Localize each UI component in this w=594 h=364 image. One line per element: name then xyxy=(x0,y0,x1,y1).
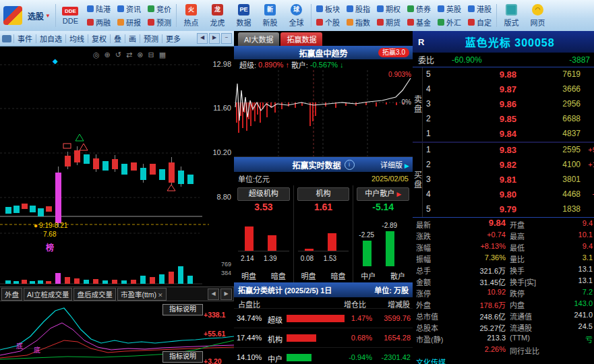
toolbar-item-hot[interactable]: 火 热点 xyxy=(178,1,204,30)
toolbar-item-lugang[interactable]: 陆港 xyxy=(87,3,111,14)
sell-row[interactable]: 39.862956 xyxy=(422,97,594,112)
play-icon[interactable]: ▶ xyxy=(396,191,401,198)
volume-axis-label: 769 xyxy=(221,261,231,268)
toolbar-item-waihui[interactable]: 外汇 xyxy=(438,17,461,28)
toolbar-item-jingjia[interactable]: 竞价 xyxy=(148,3,171,14)
collapse-icon[interactable]: ⊟ xyxy=(148,51,154,59)
tab-ai-volume[interactable]: AI立桩成交量 xyxy=(24,288,72,301)
prev-arrow-button[interactable]: ◀ xyxy=(197,33,208,44)
toolbar-item-adjust[interactable]: 复权 xyxy=(90,33,108,44)
toolbar-separator xyxy=(496,4,497,27)
toolbar-item-guzhi[interactable]: 股指 xyxy=(347,3,370,14)
tab-ai-bigdata[interactable]: AI大数据 xyxy=(238,32,279,46)
sell-row[interactable]: 49.873666 xyxy=(422,82,594,97)
sell-row[interactable]: 19.844837 xyxy=(422,127,594,142)
toolbar-item-qiquan-qihuo: 期权 期货 xyxy=(374,1,404,30)
detail-row: 振幅7.36%量比3.1 xyxy=(413,252,594,264)
layout-grid-icon xyxy=(506,4,517,16)
toolbar-item-qihuo[interactable]: 期货 xyxy=(377,17,400,28)
toolbar-item-longhu[interactable]: 龙 龙虎 xyxy=(204,1,231,30)
stats-column-headers: 占盘比 增仓比 增减股 xyxy=(234,297,413,308)
tabs-prev-button[interactable]: ◀ xyxy=(208,289,219,300)
toolbar-item-bankuai[interactable]: 板块 xyxy=(316,3,340,14)
tabs-next-button[interactable]: ▶ xyxy=(220,289,232,300)
toolbar-item-overlay[interactable]: 叠 xyxy=(113,33,123,44)
lugang-icon xyxy=(87,5,94,12)
toolbar-item-global[interactable]: 球 全球 xyxy=(283,1,309,30)
add-icon[interactable]: ⊕ xyxy=(105,51,111,59)
toolbar-item-yinggu[interactable]: 英股 xyxy=(438,3,461,14)
swap-icon[interactable]: ⇄ xyxy=(126,51,132,59)
refresh-icon[interactable]: ↺ xyxy=(115,51,121,59)
r-marker: R xyxy=(418,37,424,47)
close-icon[interactable]: ✕ xyxy=(158,292,163,299)
toolbar-item-forecast[interactable]: 预测 xyxy=(142,33,160,44)
buy-row[interactable]: 59.791838 xyxy=(422,202,594,217)
detail-version-link[interactable]: 详细版 ▶ xyxy=(380,159,409,170)
toolbar-item-webpage[interactable]: ◠ 网页 xyxy=(525,1,551,30)
monitor-icon[interactable] xyxy=(2,35,11,42)
toolbar-item-zhaiquan[interactable]: 债券 xyxy=(407,3,431,14)
detail-row: 总市值248.6亿流通值241.0 xyxy=(413,309,594,321)
toolbar-item-layout[interactable]: 版式 xyxy=(498,1,525,30)
cut-icon[interactable]: ⊗ xyxy=(137,51,143,59)
toolbar-item-ziding[interactable]: 自定 xyxy=(468,17,492,28)
toolbar-item-data[interactable]: PE 数据 xyxy=(231,1,257,30)
version-badge: 拓赢3.0 xyxy=(378,48,409,57)
buy-row[interactable]: 19.832595+95 xyxy=(422,143,594,158)
price-axis-label: 12.98 xyxy=(212,60,231,68)
gegu-icon xyxy=(316,19,323,26)
crosshair-icon[interactable]: ◎ xyxy=(93,51,100,59)
trend-canvas xyxy=(234,70,413,156)
toolbar-item-dde[interactable]: DDE DDE xyxy=(57,1,84,30)
buy-row[interactable]: 39.813801 xyxy=(422,173,594,187)
toolbar-item-add-watchlist[interactable]: 加自选 xyxy=(38,33,63,44)
toolbar-item-qiquan[interactable]: 期权 xyxy=(377,3,400,14)
buy-row[interactable]: 29.824100+19 xyxy=(422,158,594,173)
bulb-icon: ● xyxy=(34,222,38,229)
price-axis-label: 11.60 xyxy=(213,104,231,112)
indicator-help-button[interactable]: 指标说明 xyxy=(162,351,203,363)
toolbar-item-zhaiquan-jijin: 债券 基金 xyxy=(404,1,434,30)
sell-row[interactable]: 59.887619 xyxy=(422,67,594,82)
toolbar-item-ma[interactable]: 均线 xyxy=(68,33,86,44)
toolbar-item-stock-picker[interactable]: 选股 ▼ xyxy=(24,1,54,30)
toolbar-item-event[interactable]: 事件 xyxy=(16,33,34,44)
detail-row: 文化传媒 xyxy=(413,355,594,364)
grid-icon[interactable]: ▦ xyxy=(159,51,166,59)
toolbar-item-zhishu[interactable]: 指数 xyxy=(347,17,370,28)
toolbar-item-gegu[interactable]: 个股 xyxy=(316,17,340,28)
stats-row: 17.44% 机构 0.68% 1654.28 xyxy=(234,328,413,347)
toolbar-item-zixun[interactable]: 资讯 xyxy=(117,3,141,14)
toolbar-item-yanbao[interactable]: 研报 xyxy=(117,17,141,28)
tab-tuoying-data[interactable]: 拓赢数据 xyxy=(280,32,322,46)
toolbar-item-draw[interactable]: 画 xyxy=(127,33,138,44)
toolbar-item-new-stock[interactable]: 新 新股 xyxy=(257,1,283,30)
toolbar-item-jijin[interactable]: 基金 xyxy=(407,17,431,28)
industry-link[interactable]: 文化传媒 xyxy=(416,357,446,364)
kline-chart[interactable]: ◎ ⊕ ↺ ⇄ ⊗ ⊟ ▦ ◆ 12.98 11.60 10.20 8.80 ●… xyxy=(0,47,235,286)
app-logo-icon[interactable] xyxy=(3,6,22,25)
trend-axis-zero: 0% xyxy=(402,98,411,106)
sell-row[interactable]: 29.856688 xyxy=(422,112,594,127)
peer-compare-link[interactable]: 同行业比 xyxy=(510,345,539,356)
left-column: 事件 加自选 均线 复权 叠 画 预测 更多 ◀ ▶ − xyxy=(0,31,234,364)
buy-row[interactable]: 49.804468+1 xyxy=(422,187,594,202)
tab-outer-volume[interactable]: 外盘 xyxy=(1,288,22,301)
rank-badge[interactable]: 榜 xyxy=(46,241,54,253)
toolbar-item-more[interactable]: 更多 xyxy=(165,33,182,44)
indicator-panel[interactable]: 底 底 指标说明 指标说明 +338.1 +55.61 +3.20 xyxy=(0,301,235,364)
next-arrow-button[interactable]: ▶ xyxy=(209,33,220,44)
indicator-help-button[interactable]: 指标说明 xyxy=(162,304,203,315)
toolbar-item-ganggu[interactable]: 港股 xyxy=(468,3,492,14)
tab-pe-ttm[interactable]: 市盈率(ttm)✕ xyxy=(117,288,167,301)
chevron-right-icon: ▶ xyxy=(405,162,409,169)
detail-row: 总股本25.27亿流通股24.5 xyxy=(413,321,594,332)
toolbar-item-liangrong[interactable]: 两融 xyxy=(87,17,111,28)
toolbar-item-yuce[interactable]: 预测 xyxy=(148,17,171,28)
minimize-button[interactable]: − xyxy=(221,33,232,44)
ganggu-icon xyxy=(468,5,475,12)
group-super-institution: 超级机构 3.53 2.14 1.39 明盘暗盘 xyxy=(234,185,294,282)
tab-afterhours-volume[interactable]: 盘后成交量 xyxy=(73,288,116,301)
info-icon[interactable]: i xyxy=(345,160,355,170)
